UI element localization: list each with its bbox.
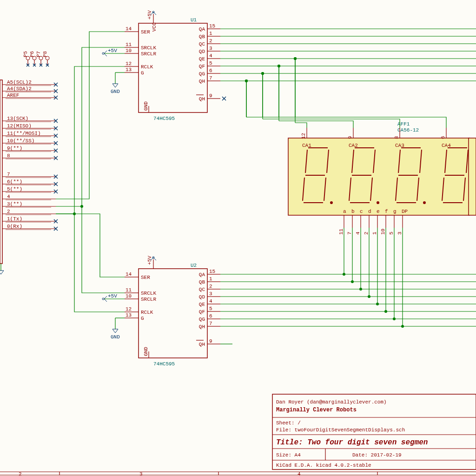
svg-text:CA56-12: CA56-12	[397, 127, 419, 133]
svg-point-265	[330, 201, 333, 204]
gnd-u1: GND	[111, 73, 125, 94]
svg-text:11: 11	[126, 42, 132, 47]
svg-text:U2: U2	[191, 263, 197, 268]
svg-text:10: 10	[126, 48, 132, 53]
svg-text:7: 7	[209, 75, 212, 81]
svg-text:3(**): 3(**)	[7, 201, 22, 207]
svg-text:P6: P6	[29, 51, 35, 57]
svg-text:12(MISO): 12(MISO)	[7, 123, 32, 129]
svg-text:QD: QD	[199, 294, 205, 300]
svg-text:QF: QF	[199, 309, 205, 315]
svg-point-281	[359, 288, 362, 291]
svg-text:File: twoFourDigitSevenSegment: File: twoFourDigitSevenSegmentDisplays.s…	[276, 427, 405, 433]
svg-text:g: g	[393, 209, 397, 214]
svg-text:13(SCK): 13(SCK)	[7, 116, 28, 121]
svg-text:Sheet: /: Sheet: /	[276, 420, 301, 426]
svg-text:74HC595: 74HC595	[153, 116, 175, 121]
svg-rect-25	[0, 80, 2, 264]
svg-text:10(**/SS): 10(**/SS)	[7, 138, 34, 144]
svg-text:U1: U1	[191, 17, 197, 23]
u2-74hc595: U2 74HC595 +5V GND 14SER11SRCLK10SRCLR12…	[125, 256, 220, 367]
svg-text:11(**/MOSI): 11(**/MOSI)	[7, 131, 41, 136]
svg-text:b: b	[351, 209, 355, 214]
svg-text:Date: 2017-02-19: Date: 2017-02-19	[352, 452, 402, 458]
svg-text:Marginally Clever Robots: Marginally Clever Robots	[276, 407, 357, 413]
svg-text:+5V: +5V	[108, 48, 117, 53]
svg-text:2: 2	[209, 284, 212, 289]
svg-text:AREF: AREF	[7, 93, 19, 98]
svg-text:SER: SER	[141, 275, 150, 280]
svg-point-270	[73, 212, 76, 215]
svg-text:QF: QF	[199, 64, 205, 69]
svg-text:6: 6	[440, 136, 446, 139]
ruler-3: 3	[139, 471, 143, 476]
svg-text:1: 1	[209, 276, 212, 282]
svg-text:QH: QH	[199, 79, 205, 84]
svg-text:4: 4	[355, 231, 361, 235]
svg-text:AFF1: AFF1	[397, 121, 410, 127]
ruler-4: 4	[298, 471, 301, 476]
ruler-2: 2	[19, 471, 22, 476]
svg-text:0(Rx): 0(Rx)	[7, 224, 22, 229]
svg-marker-106	[0, 271, 4, 274]
svg-text:15: 15	[209, 23, 215, 29]
svg-text:1(Tx): 1(Tx)	[7, 216, 22, 222]
svg-text:1: 1	[372, 231, 377, 235]
svg-text:13: 13	[126, 312, 132, 318]
svg-text:A5(SCL)2: A5(SCL)2	[7, 79, 32, 85]
svg-text:SRCLR: SRCLR	[141, 51, 156, 57]
svg-text:5: 5	[389, 231, 394, 235]
p5v-u1-srclr: +5V	[102, 48, 125, 56]
svg-text:10: 10	[380, 229, 386, 235]
svg-text:+5V: +5V	[147, 10, 152, 20]
svg-text:4: 4	[209, 298, 212, 304]
svg-text:QB: QB	[199, 279, 205, 285]
svg-text:f: f	[385, 209, 388, 214]
svg-text:5(**): 5(**)	[7, 186, 22, 192]
svg-point-266	[377, 201, 379, 204]
svg-text:QE: QE	[199, 302, 205, 307]
svg-text:2: 2	[7, 209, 10, 214]
svg-text:QC: QC	[199, 41, 205, 47]
svg-text:QB: QB	[199, 34, 205, 40]
svg-text:GND: GND	[143, 347, 149, 356]
svg-text:12: 12	[126, 61, 132, 66]
svg-text:GND: GND	[111, 89, 120, 94]
svg-text:2: 2	[209, 38, 212, 44]
svg-text:13: 13	[126, 67, 132, 73]
svg-text:14: 14	[126, 271, 132, 277]
svg-text:Size: A4: Size: A4	[276, 452, 301, 458]
svg-text:7: 7	[7, 172, 10, 177]
svg-text:11: 11	[126, 287, 132, 293]
svg-point-284	[384, 310, 387, 313]
svg-text:A4(SDA)2: A4(SDA)2	[7, 86, 32, 92]
svg-text:3: 3	[397, 231, 403, 235]
svg-text:QH: QH	[199, 96, 205, 102]
svg-text:6(**): 6(**)	[7, 179, 22, 185]
svg-text:8: 8	[394, 136, 399, 139]
svg-point-267	[423, 201, 426, 204]
svg-point-269	[80, 205, 83, 208]
svg-text:9: 9	[347, 136, 353, 139]
display-aff1: AFF1 CA56-12 12CA19CA28CA36CA4 a11b7c4d2…	[288, 121, 472, 235]
svg-text:11: 11	[338, 228, 344, 235]
svg-text:VCC: VCC	[152, 22, 157, 32]
svg-text:RCLK: RCLK	[141, 310, 153, 315]
svg-text:G: G	[141, 70, 144, 76]
svg-text:P5: P5	[23, 51, 28, 57]
svg-text:c: c	[360, 209, 363, 214]
svg-text:DP: DP	[402, 209, 408, 214]
svg-marker-223	[112, 329, 118, 333]
svg-text:QC: QC	[199, 287, 205, 292]
svg-point-276	[261, 72, 264, 75]
svg-text:6: 6	[209, 313, 212, 319]
u1-74hc595: U1 74HC595 VCC +5V GND 14SER11SRCLK10SRC…	[125, 10, 226, 121]
svg-text:4: 4	[209, 53, 212, 59]
svg-text:5: 5	[209, 306, 212, 311]
svg-text:QE: QE	[199, 56, 205, 62]
svg-text:7: 7	[209, 321, 212, 326]
svg-text:6: 6	[209, 68, 212, 73]
svg-text:QA: QA	[199, 272, 205, 278]
svg-text:KiCad E.D.A.  kicad 4.0.2-stab: KiCad E.D.A. kicad 4.0.2-stable	[276, 463, 371, 468]
svg-text:Dan Royer (dan@marginallycleve: Dan Royer (dan@marginallyclever.com)	[276, 399, 387, 405]
